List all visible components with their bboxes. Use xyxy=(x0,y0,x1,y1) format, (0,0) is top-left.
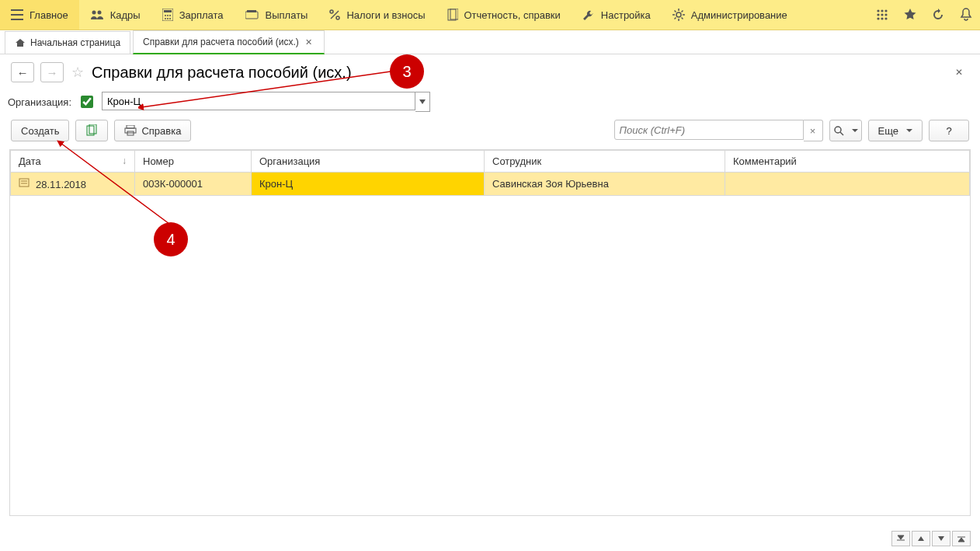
tabs-bar: Начальная страница Справки для расчета п… xyxy=(0,30,980,54)
mainmenu-label: Отчетность, справки xyxy=(464,9,561,21)
home-icon xyxy=(15,37,26,48)
filter-org-label: Организация: xyxy=(8,96,71,108)
document-icon xyxy=(447,9,458,21)
create-copy-button[interactable] xyxy=(75,120,108,141)
svg-point-7 xyxy=(165,18,166,19)
svg-rect-10 xyxy=(245,12,258,19)
svg-point-24 xyxy=(881,17,883,19)
mainmenu-item-settings[interactable]: Настройка xyxy=(572,0,662,30)
svg-rect-29 xyxy=(125,128,136,133)
sort-indicator-icon: ↓ xyxy=(122,155,127,166)
printer-icon xyxy=(124,125,137,136)
page-close-icon[interactable]: ✕ xyxy=(955,67,963,78)
mainmenu-label: Администрирование xyxy=(691,9,787,21)
col-comment[interactable]: Комментарий xyxy=(725,151,970,173)
col-number[interactable]: Номер xyxy=(135,151,252,173)
scroll-buttons xyxy=(891,531,971,546)
filter-org-dropdown-button[interactable] xyxy=(415,92,430,112)
tab-home-label: Начальная страница xyxy=(30,37,120,48)
scroll-bottom-button[interactable] xyxy=(952,531,971,546)
scroll-down-button[interactable] xyxy=(932,531,950,546)
help-label: ? xyxy=(946,125,951,137)
more-label: Еще xyxy=(878,125,898,137)
svg-point-4 xyxy=(165,15,166,16)
wallet-icon xyxy=(245,9,259,20)
toolbar: Создать Справка × Еще ? xyxy=(0,120,980,149)
mainmenu-label: Кадры xyxy=(110,9,141,21)
tab-active[interactable]: Справки для расчета пособий (исх.) ✕ xyxy=(133,30,325,54)
mainmenu-item-reports[interactable]: Отчетность, справки xyxy=(436,0,572,30)
page-title: Справки для расчета пособий (исх.) xyxy=(92,64,352,82)
svg-point-16 xyxy=(676,12,681,17)
report-button[interactable]: Справка xyxy=(114,120,191,141)
calculator-icon xyxy=(162,9,173,21)
mainmenu-item-hr[interactable]: Кадры xyxy=(79,0,151,30)
documents-grid: Дата↓ Номер Организация Сотрудник Коммен… xyxy=(10,150,970,196)
mainmenu-item-payments[interactable]: Выплаты xyxy=(235,0,319,30)
mainmenu-label: Зарплата xyxy=(179,9,224,21)
search-clear-button[interactable]: × xyxy=(804,120,823,141)
table-wrap[interactable]: Дата↓ Номер Организация Сотрудник Коммен… xyxy=(9,149,971,516)
col-org[interactable]: Организация xyxy=(252,151,485,173)
svg-rect-11 xyxy=(247,10,256,12)
search-input[interactable] xyxy=(614,120,804,140)
tab-active-label: Справки для расчета пособий (исх.) xyxy=(143,37,299,47)
apps-icon[interactable] xyxy=(868,0,896,30)
cell-date: 28.11.2018 xyxy=(36,179,86,190)
svg-point-18 xyxy=(881,9,883,12)
svg-point-25 xyxy=(884,17,887,19)
percent-icon xyxy=(329,9,340,20)
svg-point-31 xyxy=(835,127,841,133)
search-settings-button[interactable] xyxy=(829,120,862,141)
svg-point-12 xyxy=(330,10,333,13)
menu-icon xyxy=(11,9,23,20)
more-button[interactable]: Еще xyxy=(868,120,923,141)
mainmenu-item-admin[interactable]: Администрирование xyxy=(662,0,798,30)
help-button[interactable]: ? xyxy=(929,120,969,141)
svg-point-0 xyxy=(92,11,96,15)
bell-icon[interactable] xyxy=(952,0,980,30)
mainmenu-item-salary[interactable]: Зарплата xyxy=(151,0,235,30)
col-employee[interactable]: Сотрудник xyxy=(485,151,725,173)
mainmenu-label: Настройка xyxy=(601,9,651,21)
svg-point-21 xyxy=(881,13,883,16)
table-row[interactable]: 28.11.2018 003К-000001 Крон-Ц Савинская … xyxy=(11,173,970,196)
nav-back-button[interactable]: ← xyxy=(11,62,34,82)
nav-forward-button[interactable]: → xyxy=(40,62,64,82)
favorite-star-icon[interactable]: ☆ xyxy=(70,64,85,81)
mainmenu-right xyxy=(868,0,980,30)
create-button[interactable]: Создать xyxy=(11,120,69,141)
svg-point-20 xyxy=(877,13,879,16)
mainmenu-label: Главное xyxy=(30,9,68,21)
svg-point-23 xyxy=(877,17,879,19)
filter-org-checkbox[interactable] xyxy=(81,96,93,108)
page-header: ← → ☆ Справки для расчета пособий (исх.)… xyxy=(0,54,980,89)
filter-org-input[interactable] xyxy=(102,92,415,110)
create-label: Создать xyxy=(21,125,59,137)
scroll-top-button[interactable] xyxy=(891,531,910,546)
cell-org: Крон-Ц xyxy=(252,173,485,196)
star-icon[interactable] xyxy=(896,0,924,30)
svg-point-5 xyxy=(167,15,169,16)
gear-icon xyxy=(672,9,685,21)
svg-rect-14 xyxy=(448,9,456,20)
mainmenu-label: Налоги и взносы xyxy=(346,9,425,21)
mainmenu-item-main[interactable]: Главное xyxy=(0,0,79,30)
people-icon xyxy=(90,9,104,20)
scroll-up-button[interactable] xyxy=(912,531,930,546)
svg-point-19 xyxy=(884,9,887,12)
cell-number: 003К-000001 xyxy=(135,173,252,196)
history-icon[interactable] xyxy=(924,0,952,30)
col-date[interactable]: Дата↓ xyxy=(11,151,135,173)
mainmenu-label: Выплаты xyxy=(266,9,308,21)
search-wrap: × xyxy=(614,120,823,141)
tab-home[interactable]: Начальная страница xyxy=(5,31,130,54)
copy-document-icon xyxy=(85,124,98,137)
search-icon xyxy=(833,125,844,136)
svg-rect-15 xyxy=(450,9,458,19)
main-menu: Главное Кадры Зарплата Выплаты Налоги и … xyxy=(0,0,980,30)
close-icon[interactable]: ✕ xyxy=(304,37,315,47)
mainmenu-item-taxes[interactable]: Налоги и взносы xyxy=(318,0,436,30)
svg-rect-28 xyxy=(127,125,134,128)
svg-point-13 xyxy=(336,16,339,19)
